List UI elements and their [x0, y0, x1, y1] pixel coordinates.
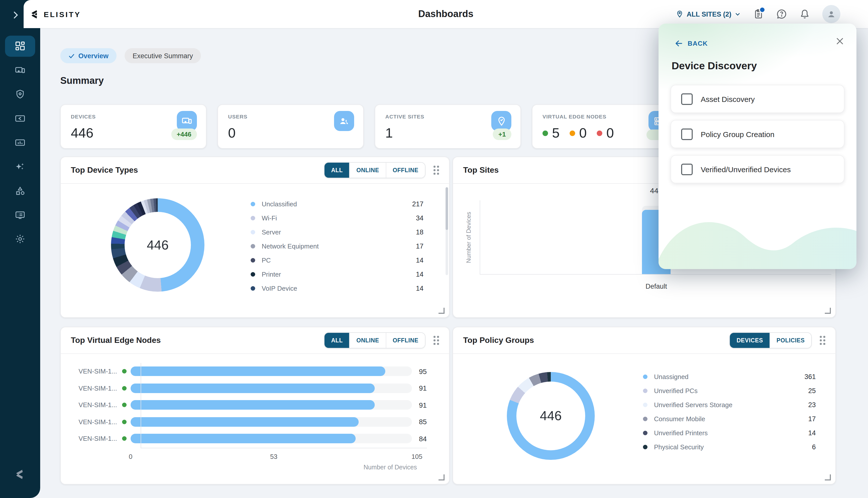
sidebar-item-logs[interactable] [0, 203, 40, 227]
legend-label: Physical Security [654, 443, 704, 450]
sidebar-item-topology[interactable] [0, 179, 40, 203]
ven-value: 91 [419, 384, 427, 392]
legend-item: Unverified Printers 14 [643, 426, 816, 440]
ven-bar[interactable] [131, 367, 385, 376]
site-selector[interactable]: ALL SITES (2) [676, 10, 741, 18]
filter-online-button[interactable]: ONLINE [350, 163, 386, 178]
ven-name: VEN-SIM-1... [71, 368, 117, 375]
filter-policies-button[interactable]: POLICIES [770, 333, 811, 348]
legend-dot [251, 258, 255, 262]
legend-value: 14 [416, 270, 424, 278]
tab-overview[interactable]: Overview [60, 48, 117, 63]
location-pin-icon [676, 10, 684, 18]
sidebar-item-access[interactable] [0, 106, 40, 131]
ven-bar[interactable] [131, 401, 375, 410]
legend-dot [251, 244, 255, 248]
x-axis-ticks: 053105 [131, 453, 417, 461]
ven-bar[interactable] [131, 383, 375, 393]
checkbox[interactable] [681, 93, 693, 105]
site-selector-label: ALL SITES (2) [687, 10, 731, 18]
legend-dot [251, 215, 255, 220]
device-types-total: 446 [147, 237, 169, 253]
legend-item: Unverified PCs 25 [643, 383, 816, 397]
drag-handle-icon[interactable] [433, 166, 439, 175]
elisity-rect-icon [15, 113, 26, 124]
legend-dot [251, 272, 255, 276]
option-card-verified-unverified-devices[interactable]: Verified/Unverified Devices [671, 155, 844, 183]
sidebar-item-ai[interactable] [0, 155, 40, 179]
y-axis [141, 363, 141, 448]
sidebar-expand-button[interactable] [10, 10, 21, 21]
option-card-policy-group-creation[interactable]: Policy Group Creation [671, 120, 844, 148]
drag-handle-icon[interactable] [433, 336, 439, 345]
shield-gear-icon [15, 89, 26, 100]
sidebar-item-policies[interactable] [0, 82, 40, 106]
filter-devices-button[interactable]: DEVICES [730, 333, 770, 348]
resize-handle-icon[interactable] [825, 308, 831, 314]
y-axis [480, 200, 480, 274]
sidebar-item-devices[interactable] [0, 58, 40, 82]
legend-label: Unverified PCs [654, 387, 698, 394]
filter-offline-button[interactable]: OFFLINE [386, 163, 425, 178]
sparkles-icon [15, 161, 26, 172]
app-window: ELISITY Dashboards ALL SITES (2) [0, 0, 868, 498]
filter-online-button[interactable]: ONLINE [350, 333, 386, 348]
online-dot [122, 369, 127, 374]
bar-track [131, 434, 412, 444]
legend-label: Unverified Servers Storage [654, 401, 733, 408]
legend-value: 34 [416, 214, 424, 222]
help-icon [776, 9, 787, 19]
legend-item: Unclassified 217 [251, 197, 424, 211]
sidebar-item-dashboards[interactable] [0, 34, 40, 58]
filter-all-button[interactable]: ALL [324, 163, 350, 178]
ven-value: 84 [419, 435, 427, 443]
card-header: Top Device Types ALL ONLINE OFFLINE [61, 157, 449, 184]
ven-name: VEN-SIM-1... [71, 435, 117, 443]
legend-value: 6 [812, 443, 816, 450]
console-icon [15, 209, 26, 220]
ven-bar[interactable] [131, 434, 355, 444]
legend-dot [643, 416, 647, 421]
help-button[interactable] [776, 9, 787, 19]
ven-bar[interactable] [131, 417, 359, 427]
user-avatar[interactable] [822, 5, 840, 23]
bar-track [131, 383, 412, 393]
device-types-donut-chart: 446 [111, 198, 205, 292]
option-label: Asset Discovery [701, 95, 755, 103]
resize-handle-icon[interactable] [439, 308, 444, 314]
online-dot [122, 386, 127, 391]
filter-all-button[interactable]: ALL [324, 333, 350, 348]
legend-dot [251, 286, 255, 290]
x-axis-label: Number of Devices [131, 464, 417, 471]
notifications-button[interactable] [799, 9, 810, 19]
resize-handle-icon[interactable] [439, 474, 444, 481]
devices-nav-icon [15, 65, 26, 76]
ven-name: VEN-SIM-1... [71, 418, 117, 426]
legend-value: 217 [412, 200, 424, 208]
sidebar-item-settings[interactable] [0, 227, 40, 251]
legend-dot [251, 201, 255, 206]
filter-offline-button[interactable]: OFFLINE [386, 333, 425, 348]
legend-label: Unclassified [262, 200, 297, 208]
ven-value: 91 [419, 401, 427, 409]
drag-handle-icon[interactable] [820, 336, 825, 345]
back-button[interactable]: BACK [672, 39, 711, 48]
resize-handle-icon[interactable] [825, 474, 831, 481]
legend-value: 25 [808, 387, 816, 394]
ven-bar-row: VEN-SIM-1... 95 [71, 363, 440, 380]
bell-icon [799, 9, 810, 19]
checkbox[interactable] [681, 163, 693, 175]
check-icon [68, 52, 75, 59]
policy-groups-total: 446 [540, 408, 562, 424]
ven-value: 85 [419, 418, 427, 426]
close-button[interactable] [834, 36, 845, 47]
tab-executive-summary[interactable]: Executive Summary [125, 48, 201, 63]
card-title: Top Device Types [71, 166, 324, 175]
scrollbar-thumb[interactable] [445, 187, 448, 230]
sidebar-item-analytics[interactable] [0, 131, 40, 155]
option-card-asset-discovery[interactable]: Asset Discovery [671, 85, 844, 113]
checkbox[interactable] [681, 128, 693, 140]
chevron-down-icon [734, 11, 741, 17]
legend-label: Printer [262, 270, 281, 278]
tasks-button[interactable] [753, 9, 764, 19]
